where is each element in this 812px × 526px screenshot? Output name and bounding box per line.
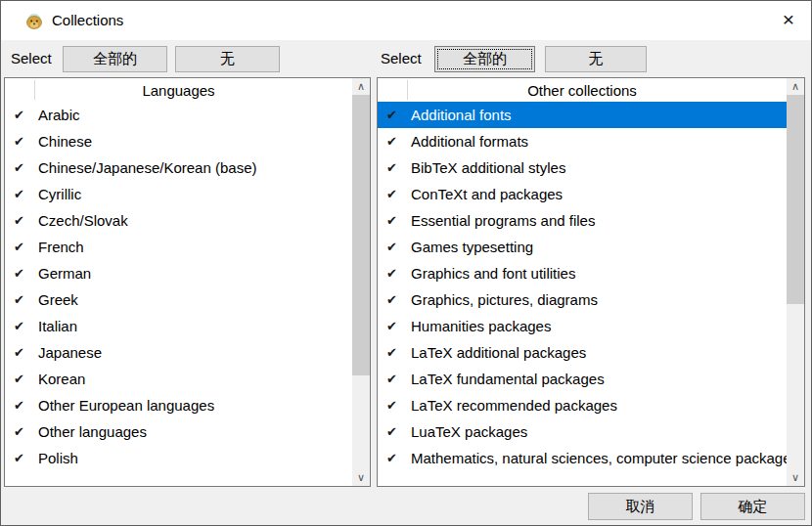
list-item[interactable]: ✔Other languages xyxy=(5,418,352,445)
list-item-label: Games typesetting xyxy=(411,239,533,255)
languages-header-label: Languages xyxy=(5,82,352,99)
list-item[interactable]: ✔LaTeX recommended packages xyxy=(378,392,787,418)
list-item[interactable]: ✔Japanese xyxy=(5,339,352,366)
list-item-label: Czech/Slovak xyxy=(38,212,128,229)
list-item-label: Humanities packages xyxy=(411,318,551,334)
collections-dialog: Collections × Select 全部的 无 Select 全部的 无 … xyxy=(0,0,812,526)
list-item-label: ConTeXt and packages xyxy=(411,186,563,202)
list-item-label: Greek xyxy=(38,291,78,308)
checkmark-icon: ✔ xyxy=(386,213,410,228)
other-collections-scrollbar[interactable]: ∧ ∨ xyxy=(787,78,804,486)
scroll-up-icon[interactable]: ∧ xyxy=(787,78,804,95)
scrollbar-thumb[interactable] xyxy=(787,95,804,304)
select-all-button-right[interactable]: 全部的 xyxy=(434,46,535,72)
checkmark-icon: ✔ xyxy=(386,372,410,386)
select-all-button-left[interactable]: 全部的 xyxy=(63,46,167,72)
list-item[interactable]: ✔LuaTeX packages xyxy=(378,418,787,445)
list-item[interactable]: ✔German xyxy=(5,260,352,286)
other-collections-header-label: Other collections xyxy=(378,82,787,99)
close-icon[interactable]: × xyxy=(766,1,811,40)
scrollbar-track[interactable] xyxy=(787,95,804,469)
list-item[interactable]: ✔Essential programs and files xyxy=(378,207,787,234)
select-label-left: Select xyxy=(11,45,52,71)
header-column-separator xyxy=(407,80,408,100)
list-item-label: Chinese xyxy=(38,133,92,150)
list-item-label: LaTeX additional packages xyxy=(411,344,586,361)
other-collections-rows: ✔Additional fonts✔Additional formats✔Bib… xyxy=(378,102,787,471)
checkmark-icon: ✔ xyxy=(14,187,37,201)
list-item[interactable]: ✔ConTeXt and packages xyxy=(378,181,787,207)
list-item-label: Polish xyxy=(38,450,78,466)
list-item-label: Chinese/Japanese/Korean (base) xyxy=(38,159,256,176)
list-item[interactable]: ✔Chinese xyxy=(5,128,352,154)
title-bar: Collections × xyxy=(1,1,811,40)
checkmark-icon: ✔ xyxy=(386,160,410,175)
languages-header: Languages xyxy=(5,78,352,102)
checkmark-icon: ✔ xyxy=(14,108,37,122)
select-label-right: Select xyxy=(381,45,422,71)
checkmark-icon: ✔ xyxy=(386,424,410,439)
scrollbar-track[interactable] xyxy=(352,95,370,469)
checkmark-icon: ✔ xyxy=(386,187,410,201)
checkmark-icon: ✔ xyxy=(14,372,37,386)
list-item[interactable]: ✔French xyxy=(5,234,352,260)
checkmark-icon: ✔ xyxy=(14,345,37,360)
checkmark-icon: ✔ xyxy=(386,398,410,413)
list-item[interactable]: ✔BibTeX additional styles xyxy=(378,154,787,181)
checkmark-icon: ✔ xyxy=(14,292,37,307)
languages-list: Languages ✔Arabic✔Chinese✔Chinese/Japane… xyxy=(5,78,352,486)
other-collections-header: Other collections xyxy=(378,78,787,102)
list-item[interactable]: ✔Korean xyxy=(5,366,352,392)
checkmark-icon: ✔ xyxy=(14,160,37,175)
checkmark-icon: ✔ xyxy=(386,292,410,307)
list-item[interactable]: ✔Italian xyxy=(5,313,352,339)
list-item-label: French xyxy=(38,239,84,255)
list-item[interactable]: ✔Czech/Slovak xyxy=(5,207,352,234)
scroll-down-icon[interactable]: ∨ xyxy=(352,469,370,486)
other-collections-panel: Other collections ✔Additional fonts✔Addi… xyxy=(377,77,805,487)
list-item-label: German xyxy=(38,265,91,282)
list-item[interactable]: ✔Games typesetting xyxy=(378,234,787,260)
checkmark-icon: ✔ xyxy=(14,213,37,228)
list-item-label: Italian xyxy=(38,318,77,334)
cancel-button[interactable]: 取消 xyxy=(588,493,693,520)
list-item[interactable]: ✔Cyrillic xyxy=(5,181,352,207)
list-item[interactable]: ✔Chinese/Japanese/Korean (base) xyxy=(5,154,352,181)
list-item[interactable]: ✔Graphics and font utilities xyxy=(378,260,787,286)
checkmark-icon: ✔ xyxy=(14,319,37,333)
list-item-label: LaTeX fundamental packages xyxy=(411,371,605,387)
list-item[interactable]: ✔Arabic xyxy=(5,102,352,128)
scrollbar-thumb[interactable] xyxy=(352,95,370,375)
ok-button[interactable]: 确定 xyxy=(700,493,805,520)
scroll-up-icon[interactable]: ∧ xyxy=(352,78,370,95)
checkmark-icon: ✔ xyxy=(386,108,410,122)
list-item-label: Other European languages xyxy=(38,397,214,414)
select-none-button-right[interactable]: 无 xyxy=(545,46,647,72)
list-item-label: Japanese xyxy=(38,344,102,361)
list-item-label: Arabic xyxy=(38,107,80,123)
list-item[interactable]: ✔Greek xyxy=(5,286,352,313)
list-item-label: BibTeX additional styles xyxy=(411,159,565,176)
list-item[interactable]: ✔Graphics, pictures, diagrams xyxy=(378,286,787,313)
checkmark-icon: ✔ xyxy=(386,240,410,254)
checkmark-icon: ✔ xyxy=(14,240,37,254)
list-item-label: Graphics, pictures, diagrams xyxy=(411,291,598,308)
list-item[interactable]: ✔Additional fonts xyxy=(378,102,787,128)
checkmark-icon: ✔ xyxy=(386,134,410,149)
list-item-label: LaTeX recommended packages xyxy=(411,397,617,414)
list-item[interactable]: ✔Other European languages xyxy=(5,392,352,418)
checkmark-icon: ✔ xyxy=(14,424,37,439)
list-item[interactable]: ✔LaTeX additional packages xyxy=(378,339,787,366)
scroll-down-icon[interactable]: ∨ xyxy=(787,469,804,486)
languages-scrollbar[interactable]: ∧ ∨ xyxy=(352,78,370,486)
list-item[interactable]: ✔Polish xyxy=(5,445,352,471)
list-item[interactable]: ✔LaTeX fundamental packages xyxy=(378,366,787,392)
list-item-label: Cyrillic xyxy=(38,186,81,202)
list-item[interactable]: ✔Additional formats xyxy=(378,128,787,154)
list-item-label: Mathematics, natural sciences, computer … xyxy=(411,450,787,466)
select-none-button-left[interactable]: 无 xyxy=(175,46,280,72)
list-item[interactable]: ✔Mathematics, natural sciences, computer… xyxy=(378,445,787,471)
other-collections-list: Other collections ✔Additional fonts✔Addi… xyxy=(378,78,787,486)
list-item-label: Other languages xyxy=(38,423,147,440)
list-item[interactable]: ✔Humanities packages xyxy=(378,313,787,339)
